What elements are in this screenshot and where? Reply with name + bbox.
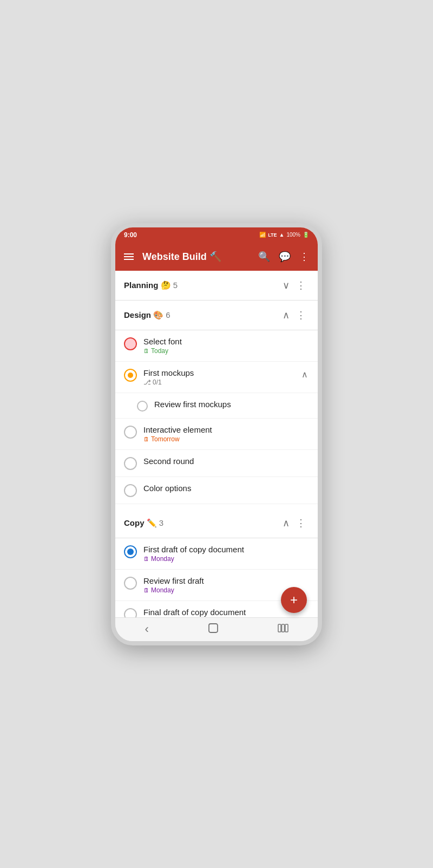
design-collapse-icon[interactable]: ∧ [279,308,293,322]
task-first-draft-meta: 🗓 Monday [143,555,309,563]
task-color-options-name: Color options [143,484,309,493]
copy-menu-icon[interactable]: ⋮ [293,516,309,530]
section-copy-title: Copy ✏️ 3 [124,518,279,528]
svg-rect-0 [209,624,218,632]
home-button[interactable] [197,618,229,641]
wifi-icon: 📶 [259,232,266,238]
calendar-icon: 🗓 [143,348,149,354]
task-review-draft-checkbox[interactable] [124,577,137,590]
svg-rect-2 [281,624,284,632]
task-color-options-content: Color options [143,484,309,493]
task-color-options-checkbox[interactable] [124,484,137,497]
task-color-options: Color options [115,477,318,504]
recents-button[interactable] [267,619,299,639]
status-time: 9:00 [124,231,137,239]
svg-rect-3 [285,624,288,632]
section-design-title: Design 🎨 6 [124,310,279,320]
task-select-font-name: Select font [143,337,309,346]
task-review-first-mockups: Review first mockups [115,393,318,419]
task-review-draft-name: Review first draft [143,576,309,585]
task-first-draft-name: First draft of copy document [143,545,309,554]
task-interactive-element: Interactive element 🗓 Tomorrow [115,419,318,450]
copy-collapse-icon[interactable]: ∧ [279,516,293,530]
task-select-font: Select font 🗓 Today [115,330,318,362]
search-button[interactable]: 🔍 [254,246,274,267]
task-first-mockups-meta: ⎇ 0/1 [143,378,294,386]
task-second-round-name: Second round [143,456,309,466]
add-icon: + [290,592,298,608]
task-interactive-content: Interactive element 🗓 Tomorrow [143,425,309,443]
task-review-draft-date: 🗓 Monday [143,586,174,594]
task-select-font-content: Select font 🗓 Today [143,337,309,355]
task-first-mockups-content: First mockups ⎇ 0/1 [143,368,294,386]
planning-collapse-icon[interactable]: ∨ [279,278,293,292]
section-design-count: 6 [166,310,170,319]
bottom-nav: ‹ [115,617,318,641]
subtask-icon: ⎇ [143,378,151,386]
task-first-mockups-checkbox[interactable] [124,369,137,382]
task-first-mockups: First mockups ⎇ 0/1 ∧ [115,362,318,393]
first-mockups-expand-icon[interactable]: ∧ [300,368,309,381]
status-icons: 📶 LTE ▲ 100% 🔋 [259,232,309,238]
task-review-mockups-content: Review first mockups [154,400,309,409]
more-button[interactable]: ⋮ [295,246,313,267]
add-task-fab[interactable]: + [281,587,307,613]
design-menu-icon[interactable]: ⋮ [293,308,309,322]
phone-frame: 9:00 📶 LTE ▲ 100% 🔋 Website Build 🔨 🔍 💬 … [111,223,322,645]
calendar-icon-2: 🗓 [143,436,149,442]
task-interactive-checkbox[interactable] [124,426,137,439]
lte-label: LTE [268,232,277,238]
task-review-mockups-checkbox[interactable] [137,401,148,412]
signal-icon: ▲ [279,232,285,238]
comment-button[interactable]: 💬 [274,246,295,267]
section-design: Design 🎨 6 ∧ ⋮ [115,301,318,330]
section-planning: Planning 🤔 5 ∨ ⋮ [115,271,318,301]
task-second-round-content: Second round [143,456,309,466]
section-copy: Copy ✏️ 3 ∧ ⋮ [115,508,318,538]
back-button[interactable]: ‹ [134,618,159,641]
task-first-mockups-name: First mockups [143,368,294,377]
task-second-round: Second round [115,450,318,477]
task-review-mockups-name: Review first mockups [154,400,309,409]
subtask-count: ⎇ 0/1 [143,378,162,386]
section-copy-count: 3 [159,518,163,527]
task-first-draft-copy: First draft of copy document 🗓 Monday [115,538,318,570]
calendar-icon-3: 🗓 [143,556,149,562]
task-interactive-name: Interactive element [143,425,309,434]
task-second-round-checkbox[interactable] [124,457,137,470]
section-planning-title: Planning 🤔 5 [124,280,279,290]
task-select-font-date: 🗓 Today [143,347,168,355]
battery-icon: 🔋 [303,232,309,238]
task-first-draft-checkbox[interactable] [124,545,137,558]
task-interactive-date: 🗓 Tomorrow [143,435,180,443]
app-bar: Website Build 🔨 🔍 💬 ⋮ [115,243,318,271]
planning-menu-icon[interactable]: ⋮ [293,278,309,292]
task-select-font-meta: 🗓 Today [143,347,309,355]
task-first-draft-content: First draft of copy document 🗓 Monday [143,545,309,563]
svg-rect-1 [278,624,281,632]
task-select-font-checkbox[interactable] [124,337,137,350]
app-title: Website Build 🔨 [142,251,254,263]
task-final-draft-checkbox[interactable] [124,608,137,617]
calendar-icon-4: 🗓 [143,587,149,593]
content-area: Planning 🤔 5 ∨ ⋮ Design 🎨 6 ∧ ⋮ Select f… [115,271,318,617]
task-interactive-meta: 🗓 Tomorrow [143,435,309,443]
battery-label: 100% [286,232,300,238]
section-planning-count: 5 [173,280,178,290]
task-first-draft-date: 🗓 Monday [143,555,174,563]
menu-button[interactable] [120,250,138,263]
status-bar: 9:00 📶 LTE ▲ 100% 🔋 [115,227,318,243]
